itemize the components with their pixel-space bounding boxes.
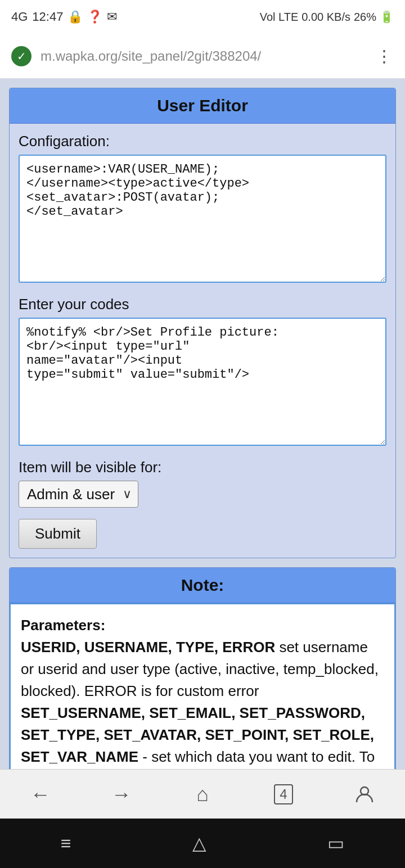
nav-forward-button[interactable]: → — [105, 777, 138, 811]
codes-textarea[interactable] — [19, 318, 386, 446]
browser-bar: ✓ m.wapka.org/site_panel/2git/388204/ ⋮ — [0, 34, 405, 79]
browser-nav-bar: ← → ⌂ 4 — [0, 769, 405, 819]
time: 12:47 — [32, 10, 63, 24]
note-card: Note: Parameters: USERID, USERNAME, TYPE… — [9, 567, 396, 802]
status-right: Vol LTE 0.00 KB/s 26% 🔋 — [260, 10, 394, 24]
android-menu-button[interactable]: ≡ — [61, 833, 71, 854]
tab-count-badge: 4 — [274, 784, 292, 804]
user-editor-title: User Editor — [10, 88, 395, 124]
url-bar[interactable]: m.wapka.org/site_panel/2git/388204/ — [40, 48, 367, 64]
nav-back-button[interactable]: ← — [24, 777, 57, 811]
help-icon: ❓ — [87, 10, 102, 24]
main-content: User Editor Configaration: Enter your co… — [0, 79, 405, 838]
visibility-select-container: Admin & user Admin only Users only Every… — [19, 481, 138, 508]
browser-menu-icon[interactable]: ⋮ — [376, 46, 394, 66]
note-params-heading: Parameters: — [21, 617, 105, 634]
config-label: Configaration: — [19, 133, 386, 150]
submit-button[interactable]: Submit — [19, 519, 97, 549]
speed: 0.00 KB/s — [302, 11, 350, 24]
url-path: /site_panel/2git/388204/ — [118, 48, 261, 64]
note-title: Note: — [10, 568, 395, 603]
visibility-select-wrapper: Admin & user Admin only Users only Every… — [19, 481, 386, 508]
visibility-label: Item will be visible for: — [19, 459, 386, 476]
nav-profile-button[interactable] — [348, 777, 381, 811]
android-home-button[interactable]: △ — [192, 833, 206, 854]
note-params-bold: USERID, USERNAME, TYPE, ERROR — [21, 639, 275, 655]
notification-icon: 🔒 — [68, 10, 83, 24]
user-editor-card: User Editor Configaration: Enter your co… — [9, 88, 396, 558]
mail-icon: ✉ — [107, 10, 117, 24]
battery: 26% — [354, 11, 376, 24]
security-shield-icon: ✓ — [11, 46, 32, 66]
url-domain: m.wapka.org — [40, 48, 118, 64]
visibility-dropdown[interactable]: Admin & user Admin only Users only Every… — [19, 481, 138, 508]
nav-tabs-button[interactable]: 4 — [267, 777, 300, 811]
lte-icon: Vol LTE — [260, 11, 299, 24]
nav-home-button[interactable]: ⌂ — [186, 777, 219, 811]
android-nav-bar: ≡ △ ▭ — [0, 819, 405, 868]
android-back-button[interactable]: ▭ — [327, 833, 344, 854]
codes-label: Enter your codes — [19, 296, 386, 313]
config-textarea[interactable] — [19, 155, 386, 283]
status-left: 4G 12:47 🔒 ❓ ✉ — [11, 10, 117, 24]
signal-icon: 4G — [11, 10, 28, 24]
status-bar: 4G 12:47 🔒 ❓ ✉ Vol LTE 0.00 KB/s 26% 🔋 — [0, 0, 405, 34]
user-editor-body: Configaration: Enter your codes Item wil… — [10, 124, 395, 558]
battery-icon: 🔋 — [380, 10, 394, 24]
